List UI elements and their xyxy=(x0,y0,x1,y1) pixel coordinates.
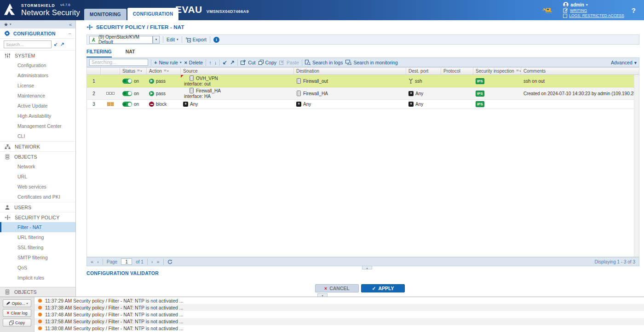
table-row[interactable]: 1 on pass xyxy=(87,75,639,87)
sidebar-item-administrators[interactable]: Administrators xyxy=(0,70,75,80)
search-in-logs-button[interactable]: Search in logs xyxy=(305,60,343,65)
sidebar-item-url-filtering[interactable]: URL filtering xyxy=(0,232,75,242)
log-options-button[interactable]: Optio... ▾ xyxy=(3,299,31,307)
tab-nat[interactable]: NAT xyxy=(126,49,135,58)
sidebar-item-high-availability[interactable]: High Availability xyxy=(0,111,75,121)
toggle-on-icon[interactable] xyxy=(122,79,132,84)
sidebar-item-maintenance[interactable]: Maintenance xyxy=(0,91,75,101)
sidebar-item-license[interactable]: License xyxy=(0,80,75,91)
col-action[interactable]: Action xyxy=(147,68,181,74)
col-destination[interactable]: Destination xyxy=(294,68,406,74)
sidebar-section-security-policy[interactable]: SECURITY POLICY xyxy=(0,212,75,222)
last-page-icon[interactable]: » xyxy=(157,259,160,264)
sidebar-section-users[interactable]: USERS xyxy=(0,202,75,212)
vertical-scrollbar[interactable] xyxy=(634,75,639,257)
any-object-icon: * xyxy=(408,102,414,107)
check-icon: ✓ xyxy=(372,286,376,291)
tab-filtering[interactable]: FILTERING xyxy=(86,49,112,58)
rule-action: pass xyxy=(147,87,181,99)
col-protocol[interactable]: Protocol xyxy=(441,68,473,74)
table-row[interactable]: 2 on pass xyxy=(87,87,639,100)
apply-button[interactable]: ✓ APPLY xyxy=(361,284,405,292)
sidebar-item-ssl-filtering[interactable]: SSL filtering xyxy=(0,242,75,252)
search-monitoring-icon xyxy=(345,60,351,65)
section-label: OBJECTS xyxy=(14,154,37,160)
sidebar-item-smtp-filtering[interactable]: SMTP filtering xyxy=(0,252,75,263)
new-rule-button[interactable]: + New rule ▾ xyxy=(154,60,181,65)
favorites-star-icon[interactable]: ★ xyxy=(4,22,8,28)
first-page-icon[interactable]: « xyxy=(91,259,93,264)
paste-button[interactable]: Paste xyxy=(279,60,299,65)
rule-destination: Firewall_HA xyxy=(294,87,406,99)
col-dest-port[interactable]: Dest. port xyxy=(406,68,441,74)
collapse-sidebar-icon[interactable]: « xyxy=(69,22,72,27)
policy-toolbar: (9) OpenStack/KVM Default ▾ Edit ▾ Expor… xyxy=(86,34,639,45)
ha-link-icon xyxy=(106,92,115,95)
collapse-all-icon[interactable] xyxy=(54,42,58,46)
page-number-input[interactable] xyxy=(121,258,132,265)
chevron-down-icon[interactable]: ▾ xyxy=(10,23,12,26)
toggle-on-icon[interactable] xyxy=(122,102,132,107)
advanced-button[interactable]: Advanced ▾ xyxy=(611,60,637,65)
sidebar-section-system[interactable]: SYSTEM xyxy=(0,50,75,60)
move-up-icon[interactable]: ↑ xyxy=(209,60,212,65)
divider xyxy=(182,36,182,43)
rules-search-input[interactable] xyxy=(89,59,148,66)
sidebar-item-management-center[interactable]: Management Center xyxy=(0,121,75,131)
sidebar-item-implicit-rules[interactable]: Implicit rules xyxy=(0,273,75,283)
delete-button[interactable]: × Delete xyxy=(184,60,203,65)
rule-status[interactable]: on xyxy=(120,87,147,99)
copy-log-button[interactable]: Copy xyxy=(3,319,31,326)
sidebar-item-qos[interactable]: QoS xyxy=(0,263,75,273)
col-comments[interactable]: Comments xyxy=(521,68,639,74)
clear-log-button[interactable]: × Clear log xyxy=(3,309,31,317)
col-status[interactable]: Status xyxy=(120,68,147,74)
rule-status[interactable]: on xyxy=(120,75,147,87)
collapse-rules-icon[interactable] xyxy=(223,60,227,65)
edit-button[interactable]: Edit ▾ xyxy=(167,37,178,42)
policy-selector[interactable]: (9) OpenStack/KVM Default xyxy=(89,36,153,44)
rule-inspection: IPS xyxy=(473,87,521,99)
info-icon[interactable]: i xyxy=(213,37,219,43)
configuration-header[interactable]: CONFIGURATION − xyxy=(0,29,75,39)
sort-icon xyxy=(516,69,521,73)
export-button[interactable]: Export xyxy=(185,37,207,42)
sidebar-item-web-services[interactable]: Web services xyxy=(0,182,75,192)
toggle-on-icon[interactable] xyxy=(122,91,132,96)
sidebar-item-url[interactable]: URL xyxy=(0,172,75,182)
minimize-icon[interactable]: − xyxy=(69,31,71,36)
sidebar-section-objects[interactable]: OBJECTS xyxy=(0,151,75,161)
sidebar-accordion-objects[interactable]: OBJECTS xyxy=(0,287,75,297)
rule-status[interactable]: on xyxy=(120,100,147,109)
sidebar-item-filter-nat[interactable]: Filter - NAT xyxy=(0,222,75,232)
search-in-monitoring-button[interactable]: Search in monitoring xyxy=(345,60,397,65)
logs-access-link[interactable]: LOGS: RESTRICTED ACCESS xyxy=(563,13,624,18)
move-down-icon[interactable]: ↓ xyxy=(214,60,217,65)
sidebar-item-configuration[interactable]: Configuration xyxy=(0,60,75,70)
copy-icon xyxy=(9,321,14,325)
table-row[interactable]: 3 on block xyxy=(87,100,639,109)
cut-button[interactable]: Cut xyxy=(241,60,255,65)
sidebar-item-certificates-pki[interactable]: Certificates and PKI xyxy=(0,192,75,202)
col-security-inspection[interactable]: Security inspection xyxy=(473,68,521,74)
sidebar-search-input[interactable] xyxy=(4,40,52,48)
refresh-icon[interactable] xyxy=(167,259,172,264)
sidebar-item-active-update[interactable]: Active Update xyxy=(0,101,75,111)
expand-rules-icon[interactable] xyxy=(230,60,235,65)
previous-page-icon[interactable]: ‹ xyxy=(97,259,99,264)
col-source[interactable]: Source xyxy=(181,68,294,74)
sidebar-section-network[interactable]: NETWORK xyxy=(0,141,75,151)
tab-configuration[interactable]: CONFIGURATION xyxy=(127,8,179,20)
help-icon[interactable]: ? xyxy=(632,6,636,14)
tab-monitoring[interactable]: MONITORING xyxy=(84,9,126,20)
copy-button[interactable]: Copy xyxy=(259,60,277,65)
policy-selector-caret[interactable]: ▾ xyxy=(153,36,160,44)
expand-all-icon[interactable] xyxy=(60,42,64,46)
sidebar-item-network[interactable]: Network xyxy=(0,161,75,172)
sidebar-item-cli[interactable]: CLI xyxy=(0,131,75,141)
cancel-button[interactable]: × CANCEL xyxy=(315,284,359,292)
next-page-icon[interactable]: › xyxy=(151,259,153,264)
user-menu[interactable]: admin ▾ xyxy=(563,2,624,7)
expand-validator-handle[interactable]: ▴ xyxy=(362,266,372,269)
write-mode-link[interactable]: WRITING xyxy=(563,8,624,13)
